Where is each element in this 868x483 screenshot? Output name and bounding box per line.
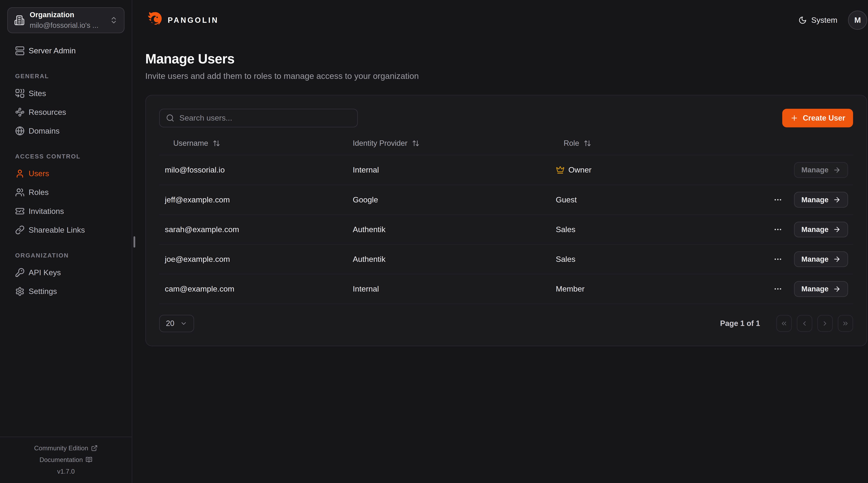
ellipsis-icon [773, 195, 782, 204]
role-label: Owner [568, 165, 591, 174]
table-row: cam@example.com Internal Member Manage [159, 274, 853, 304]
cell-role: Sales [556, 225, 764, 234]
app-root: Organization milo@fossorial.io's ... Ser… [0, 0, 868, 483]
manage-button[interactable]: Manage [794, 251, 848, 267]
row-menu-button[interactable] [772, 283, 783, 295]
manage-button[interactable]: Manage [794, 222, 848, 237]
search-input[interactable] [179, 113, 351, 122]
sort-icon [213, 140, 220, 147]
chevrons-up-down-icon [110, 16, 118, 24]
search-box [159, 109, 358, 127]
role-label: Sales [556, 225, 576, 234]
users-icon [15, 188, 25, 197]
sidebar-item-invitations[interactable]: Invitations [7, 202, 124, 220]
table-row: joe@example.com Authentik Sales Manage [159, 245, 853, 274]
column-label: Username [173, 139, 208, 147]
avatar-initial: M [854, 16, 861, 25]
last-page-button[interactable] [838, 315, 853, 332]
cell-username: sarah@example.com [159, 225, 353, 234]
cell-username: milo@fossorial.io [159, 165, 353, 174]
column-header-identity-provider[interactable]: Identity Provider [353, 139, 556, 147]
globe-icon [15, 126, 25, 136]
sidebar-item-server-admin[interactable]: Server Admin [7, 42, 124, 59]
ellipsis-icon [773, 225, 782, 234]
row-menu-button[interactable] [772, 224, 783, 235]
sidebar-item-sites[interactable]: Sites [7, 85, 124, 102]
previous-page-button[interactable] [797, 315, 812, 332]
community-edition-link[interactable]: Community Edition [34, 445, 98, 452]
ellipsis-icon [773, 255, 782, 264]
plus-icon [790, 114, 798, 122]
documentation-link[interactable]: Documentation [39, 456, 92, 463]
cell-role: Sales [556, 255, 764, 264]
sidebar: Organization milo@fossorial.io's ... Ser… [0, 0, 132, 483]
first-page-button[interactable] [776, 315, 792, 332]
manage-button[interactable]: Manage [794, 192, 848, 207]
page-size-select[interactable]: 20 [159, 315, 194, 332]
ellipsis-icon [773, 284, 782, 293]
org-switcher-title: Organization [30, 9, 98, 20]
sidebar-item-roles[interactable]: Roles [7, 183, 124, 201]
external-link-icon [91, 445, 98, 452]
org-switcher[interactable]: Organization milo@fossorial.io's ... [7, 7, 124, 33]
cell-role: Member [556, 284, 764, 293]
sidebar-item-label: Domains [29, 126, 60, 136]
chevron-left-icon [801, 320, 808, 327]
manage-button[interactable]: Manage [794, 281, 848, 297]
sidebar-resize-handle[interactable] [133, 236, 135, 248]
manage-button[interactable]: Manage [794, 162, 848, 178]
chevrons-right-icon [842, 320, 849, 327]
manage-label: Manage [801, 166, 829, 174]
chevron-right-icon [821, 320, 829, 327]
pagination-right: Page 1 of 1 [720, 315, 853, 332]
key-icon [15, 268, 25, 277]
next-page-button[interactable] [817, 315, 833, 332]
row-menu-button[interactable] [772, 254, 783, 265]
arrow-right-icon [833, 166, 841, 174]
org-switcher-text: Organization milo@fossorial.io's ... [30, 9, 98, 31]
create-user-button[interactable]: Create User [782, 109, 853, 127]
column-header-username[interactable]: Username [159, 139, 353, 147]
sidebar-item-api-keys[interactable]: API Keys [7, 264, 124, 281]
waypoints-icon [15, 107, 25, 117]
table-row: jeff@example.com Google Guest Manage [159, 185, 853, 215]
moon-icon [798, 16, 807, 24]
community-edition-label: Community Edition [34, 445, 88, 452]
users-card: Create User Username Identity Provider R… [145, 95, 867, 346]
pagination-bar: 20 Page 1 of 1 [159, 315, 853, 332]
table-header: Username Identity Provider Role [159, 132, 853, 155]
sidebar-item-settings[interactable]: Settings [7, 283, 124, 300]
page-title: Manage Users [145, 51, 867, 66]
gear-icon [15, 287, 25, 296]
cell-actions: Manage [764, 162, 853, 178]
cell-actions: Manage [764, 281, 853, 297]
search-icon [166, 114, 174, 122]
brand[interactable]: PANGOLIN [145, 11, 219, 29]
column-header-role[interactable]: Role [556, 139, 764, 147]
sort-icon [412, 140, 420, 147]
sidebar-item-users[interactable]: Users [7, 165, 124, 182]
table-row: milo@fossorial.io Internal Owner Manage [159, 155, 853, 185]
cell-username: cam@example.com [159, 284, 353, 293]
brand-name: PANGOLIN [168, 16, 219, 25]
cell-actions: Manage [764, 192, 853, 207]
sidebar-item-domains[interactable]: Domains [7, 122, 124, 140]
role-label: Sales [556, 255, 576, 264]
sidebar-section-organization: ORGANIZATION [15, 252, 124, 259]
card-toolbar: Create User [159, 109, 853, 127]
avatar[interactable]: M [848, 10, 867, 30]
manage-label: Manage [801, 285, 829, 293]
link-icon [15, 225, 25, 235]
cell-identity-provider: Authentik [353, 255, 556, 264]
sidebar-item-label: API Keys [29, 268, 61, 277]
page-subtitle: Invite users and add them to roles to ma… [145, 71, 867, 81]
arrow-right-icon [833, 255, 841, 263]
arrow-right-icon [833, 285, 841, 293]
book-open-icon [86, 456, 92, 463]
sidebar-item-resources[interactable]: Resources [7, 104, 124, 121]
row-menu-button[interactable] [772, 194, 783, 205]
sidebar-section-access-control: ACCESS CONTROL [15, 153, 124, 160]
theme-toggle[interactable]: System [798, 16, 837, 25]
user-icon [15, 169, 25, 178]
sidebar-item-shareable-links[interactable]: Shareable Links [7, 221, 124, 239]
